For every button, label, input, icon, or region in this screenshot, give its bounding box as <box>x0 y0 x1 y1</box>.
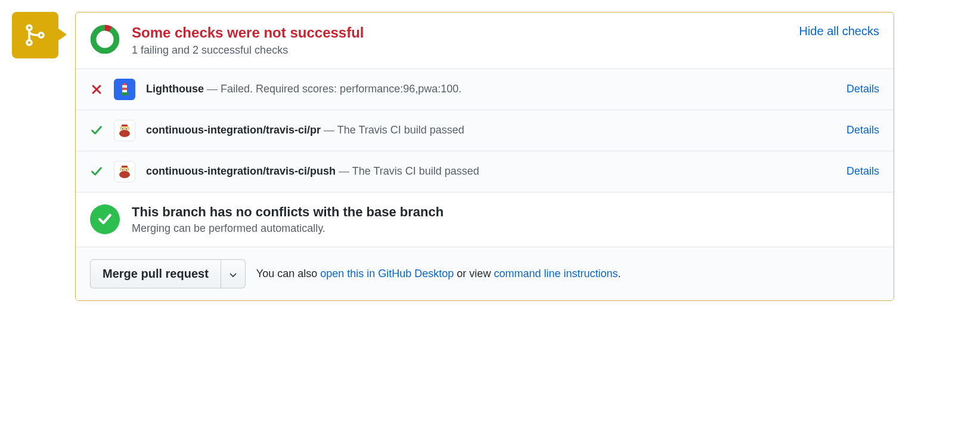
merge-conflicts-section: This branch has no conflicts with the ba… <box>76 192 894 247</box>
status-donut-icon <box>90 24 120 54</box>
check-details-link[interactable]: Details <box>846 83 879 95</box>
fail-icon <box>90 84 103 95</box>
checks-summary-sub: 1 failing and 2 successful checks <box>132 44 787 57</box>
pass-icon <box>90 166 103 178</box>
svg-point-19 <box>119 171 130 178</box>
svg-marker-5 <box>122 83 128 85</box>
merge-status-badge <box>12 12 58 58</box>
separator: — <box>339 165 352 177</box>
travis-avatar-icon <box>114 120 135 141</box>
merge-status-panel: Some checks were not successful 1 failin… <box>75 12 894 301</box>
check-row: continuous-integration/travis-ci/push — … <box>76 151 894 192</box>
hint-prefix: You can also <box>256 268 320 279</box>
check-row: Lighthouse — Failed. Required scores: pe… <box>76 69 894 110</box>
hint-suffix: . <box>618 268 621 279</box>
merge-button-group: Merge pull request <box>90 259 246 288</box>
svg-point-23 <box>126 169 127 170</box>
check-details-link[interactable]: Details <box>846 124 879 136</box>
checks-summary-heading: Some checks were not successful <box>132 24 787 42</box>
svg-point-0 <box>27 26 32 30</box>
merge-hint-text: You can also open this in GitHub Desktop… <box>256 268 621 280</box>
svg-rect-18 <box>122 166 128 167</box>
check-message: Failed. Required scores: performance:96,… <box>221 83 461 95</box>
pass-icon <box>90 125 103 136</box>
svg-rect-8 <box>122 90 127 92</box>
svg-rect-11 <box>122 125 128 126</box>
svg-rect-9 <box>121 92 128 95</box>
check-row: continuous-integration/travis-ci/pr — Th… <box>76 110 894 151</box>
svg-point-2 <box>39 33 44 38</box>
check-message: The Travis CI build passed <box>337 124 464 136</box>
check-message: The Travis CI build passed <box>352 165 479 177</box>
success-check-icon <box>90 204 120 234</box>
git-merge-icon <box>23 23 47 47</box>
svg-point-1 <box>27 41 32 45</box>
merge-options-dropdown-button[interactable] <box>221 259 246 288</box>
svg-rect-7 <box>122 88 127 90</box>
lighthouse-avatar-icon <box>114 79 135 100</box>
separator: — <box>207 83 221 95</box>
check-name: Lighthouse <box>146 83 204 95</box>
svg-point-3 <box>94 28 117 51</box>
svg-point-22 <box>122 169 123 170</box>
open-github-desktop-link[interactable]: open this in GitHub Desktop <box>320 268 454 279</box>
svg-point-16 <box>126 128 127 129</box>
hide-all-checks-link[interactable]: Hide all checks <box>799 24 879 38</box>
svg-point-12 <box>119 130 130 137</box>
travis-avatar-icon <box>114 161 135 182</box>
separator: — <box>324 124 337 136</box>
check-details-link[interactable]: Details <box>846 165 879 178</box>
conflicts-sub: Merging can be performed automatically. <box>132 222 444 235</box>
checks-summary: Some checks were not successful 1 failin… <box>76 13 894 69</box>
merge-pull-request-button[interactable]: Merge pull request <box>90 259 221 288</box>
conflicts-heading: This branch has no conflicts with the ba… <box>132 204 444 220</box>
svg-rect-6 <box>122 85 127 88</box>
check-name: continuous-integration/travis-ci/push <box>146 165 336 177</box>
caret-down-icon <box>230 273 237 278</box>
cli-instructions-link[interactable]: command line instructions <box>494 268 618 279</box>
merge-footer: Merge pull request You can also open thi… <box>76 247 894 300</box>
hint-middle: or view <box>454 268 494 279</box>
svg-point-15 <box>122 128 123 129</box>
check-name: continuous-integration/travis-ci/pr <box>146 124 321 136</box>
